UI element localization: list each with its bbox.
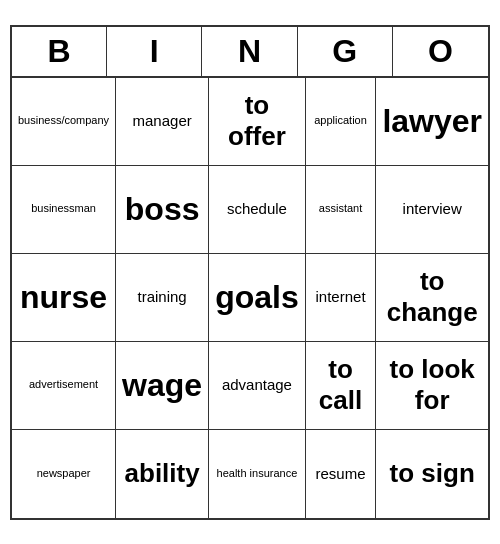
bingo-cell-24: to sign xyxy=(376,430,488,518)
bingo-cell-7: schedule xyxy=(209,166,306,254)
bingo-cell-4: lawyer xyxy=(376,78,488,166)
bingo-grid: business/companymanagerto offerapplicati… xyxy=(12,78,488,518)
cell-text-4: lawyer xyxy=(382,102,482,140)
bingo-cell-20: newspaper xyxy=(12,430,116,518)
cell-text-13: internet xyxy=(316,288,366,306)
cell-text-22: health insurance xyxy=(217,467,298,480)
cell-text-15: advertisement xyxy=(29,378,98,391)
cell-text-20: newspaper xyxy=(37,467,91,480)
cell-text-7: schedule xyxy=(227,200,287,218)
cell-text-16: wage xyxy=(122,366,202,404)
cell-text-12: goals xyxy=(215,278,299,316)
bingo-cell-15: advertisement xyxy=(12,342,116,430)
header-letter-g: G xyxy=(298,27,393,76)
bingo-cell-16: wage xyxy=(116,342,209,430)
cell-text-2: to offer xyxy=(215,90,299,152)
cell-text-5: businessman xyxy=(31,202,96,215)
cell-text-21: ability xyxy=(125,458,200,489)
bingo-cell-12: goals xyxy=(209,254,306,342)
bingo-cell-17: advantage xyxy=(209,342,306,430)
cell-text-1: manager xyxy=(133,112,192,130)
cell-text-9: interview xyxy=(403,200,462,218)
cell-text-3: application xyxy=(314,114,367,127)
cell-text-23: resume xyxy=(316,465,366,483)
bingo-cell-5: businessman xyxy=(12,166,116,254)
bingo-card: BINGO business/companymanagerto offerapp… xyxy=(10,25,490,520)
cell-text-11: training xyxy=(138,288,187,306)
cell-text-19: to look for xyxy=(382,354,482,416)
cell-text-17: advantage xyxy=(222,376,292,394)
header-letter-n: N xyxy=(202,27,297,76)
header-letter-i: I xyxy=(107,27,202,76)
bingo-cell-3: application xyxy=(306,78,377,166)
cell-text-6: boss xyxy=(125,190,200,228)
bingo-cell-8: assistant xyxy=(306,166,377,254)
bingo-cell-21: ability xyxy=(116,430,209,518)
cell-text-10: nurse xyxy=(20,278,107,316)
cell-text-18: to call xyxy=(312,354,370,416)
bingo-cell-0: business/company xyxy=(12,78,116,166)
bingo-cell-18: to call xyxy=(306,342,377,430)
bingo-cell-9: interview xyxy=(376,166,488,254)
bingo-cell-6: boss xyxy=(116,166,209,254)
bingo-cell-2: to offer xyxy=(209,78,306,166)
bingo-header: BINGO xyxy=(12,27,488,78)
bingo-cell-10: nurse xyxy=(12,254,116,342)
header-letter-b: B xyxy=(12,27,107,76)
cell-text-24: to sign xyxy=(390,458,475,489)
bingo-cell-14: to change xyxy=(376,254,488,342)
bingo-cell-13: internet xyxy=(306,254,377,342)
bingo-cell-23: resume xyxy=(306,430,377,518)
header-letter-o: O xyxy=(393,27,488,76)
bingo-cell-19: to look for xyxy=(376,342,488,430)
cell-text-14: to change xyxy=(382,266,482,328)
bingo-cell-22: health insurance xyxy=(209,430,306,518)
cell-text-8: assistant xyxy=(319,202,362,215)
bingo-cell-1: manager xyxy=(116,78,209,166)
cell-text-0: business/company xyxy=(18,114,109,127)
bingo-cell-11: training xyxy=(116,254,209,342)
